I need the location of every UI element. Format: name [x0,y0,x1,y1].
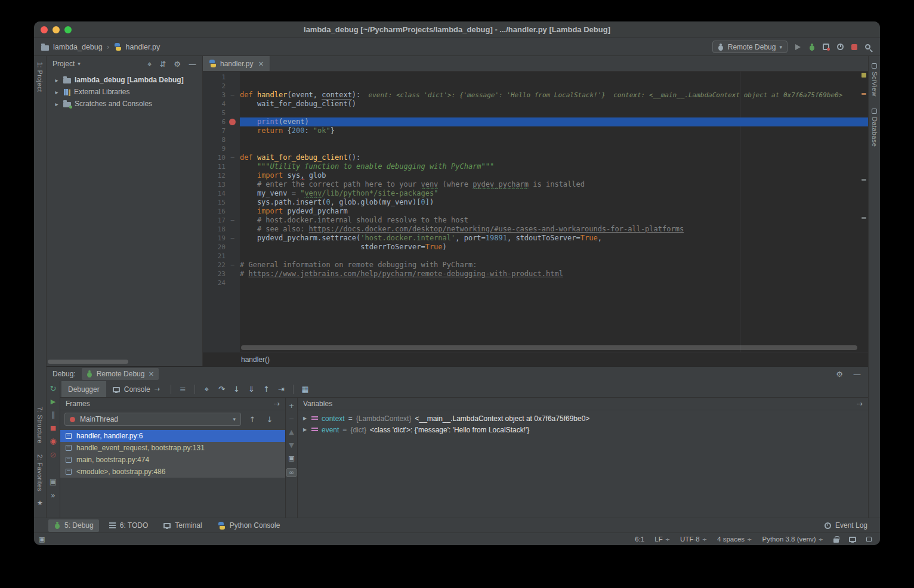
code-line[interactable]: 6 print(event) [203,117,868,126]
close-tab-icon[interactable]: × [258,60,264,68]
tree-expand-icon[interactable]: ▸ [54,77,60,83]
code-line[interactable]: 3−def handler(event, context): event: <c… [203,91,868,100]
mute-breakpoints-icon[interactable]: ⊘ [48,451,58,459]
rerun-icon[interactable]: ↻ [48,385,58,392]
code-line[interactable]: 19− pydevd_pycharm.settrace('host.docker… [203,234,868,243]
more-actions-icon[interactable]: » [48,491,58,499]
tab-debugger[interactable]: Debugger [61,381,106,397]
line-number[interactable]: 20 [203,243,240,252]
toolwindow-switcher-icon[interactable]: ▣ [39,536,45,543]
remote-host-icon[interactable] [849,537,856,542]
line-number[interactable]: 6 [203,117,240,126]
project-panel-title[interactable]: Project [53,60,75,68]
thread-selector[interactable]: MainThread ▾ [64,413,241,426]
remove-watch-icon[interactable]: − [289,416,294,422]
duplicate-watch-icon[interactable]: ▣ [288,455,294,462]
tree-expand-icon[interactable]: ▸ [54,101,60,107]
code-line[interactable]: 9 [203,144,868,153]
code-text[interactable]: import pydevd_pycharm [240,207,868,216]
line-number[interactable]: 1 [203,73,240,82]
zoom-window-button[interactable] [64,26,72,33]
toolwindow-button-favorites[interactable]: 2: Favorites ★ [36,454,44,507]
code-line[interactable]: 20 stderrToServer=True) [203,243,868,252]
run-button[interactable] [795,44,801,50]
indent-widget[interactable]: 4 spaces ÷ [717,536,752,543]
code-text[interactable] [240,109,868,117]
project-horizontal-scrollbar[interactable] [48,360,128,364]
editor-breadcrumb-item[interactable]: handler() [241,355,270,364]
encoding-widget[interactable]: UTF-8 ÷ [680,536,707,543]
line-number[interactable]: 13 [203,180,240,189]
code-line[interactable]: 2 [203,82,868,91]
code-line[interactable]: 8 [203,135,868,144]
toolwindow-button-sciview[interactable]: SciView [871,63,878,97]
move-up-icon[interactable]: ▲ [289,429,294,435]
code-editor[interactable]: 123−def handler(event, context): event: … [203,72,868,352]
minimize-window-button[interactable] [53,26,60,33]
step-into-icon[interactable]: ↓ [229,385,244,393]
layout-menu-icon[interactable]: ≡ [175,385,190,393]
stop-button[interactable] [851,44,857,50]
code-line[interactable]: 24 [203,278,868,287]
fold-marker-icon[interactable]: − [230,91,235,100]
chevron-down-icon[interactable]: ▾ [78,61,81,67]
code-line[interactable]: 16 import pydevd_pycharm [203,207,868,216]
readonly-lock-icon[interactable] [833,539,839,543]
scroll-from-source-icon[interactable]: ⇵ [159,60,166,68]
code-text[interactable]: sys.path.insert(0, glob.glob(my_venv)[0]… [240,198,868,207]
code-line[interactable]: 5 [203,109,868,117]
breadcrumb-project[interactable]: lambda_debug [53,43,103,51]
line-number[interactable]: 16 [203,207,240,216]
code-line[interactable]: 12 import sys, glob [203,171,868,180]
move-down-icon[interactable]: ▼ [289,442,294,448]
inspection-status-square[interactable] [861,73,866,78]
code-text[interactable] [240,135,868,144]
error-stripe-mark[interactable] [861,179,866,181]
search-everywhere-icon[interactable] [865,44,870,49]
code-line[interactable]: 10−def wait_for_debug_client(): [203,153,868,162]
line-number[interactable]: 14 [203,189,240,198]
title-bar[interactable]: lambda_debug [~/PycharmProjects/lambda_d… [34,21,880,38]
event-log-button[interactable]: Event Log [819,519,873,532]
code-line[interactable]: 18 # see also: https://docs.docker.com/d… [203,225,868,234]
notifications-icon[interactable] [866,537,872,542]
force-step-into-icon[interactable]: ⇓ [244,385,259,393]
code-text[interactable]: wait_for_debug_client() [240,100,868,109]
resume-program-icon[interactable]: ▶ [48,398,58,405]
code-text[interactable]: my_venv = "venv/lib/python*/site-package… [240,189,868,198]
profiler-button[interactable] [837,44,844,50]
breakpoint-icon[interactable] [229,119,236,125]
view-as-table-icon[interactable]: ▦ [298,385,313,393]
code-text[interactable]: # General information on remote debuggin… [240,261,868,270]
breadcrumb-file[interactable]: handler.py [126,43,160,51]
panel-options-icon[interactable]: ⇢ [274,400,280,408]
frame-row[interactable]: handler, handler.py:6 [60,430,285,442]
code-text[interactable]: # see also: https://docs.docker.com/desk… [240,225,868,234]
editor-horizontal-scrollbar[interactable] [241,345,857,350]
code-text[interactable]: # https://www.jetbrains.com/help/pycharm… [240,270,868,278]
gear-icon[interactable]: ⚙ [174,60,181,68]
next-frame-icon[interactable]: ↓ [264,415,276,424]
code-text[interactable] [240,144,868,153]
debug-session-tab[interactable]: Remote Debug × [82,368,159,380]
code-line[interactable]: 1 [203,73,868,82]
error-stripe-mark[interactable] [861,217,866,219]
code-text[interactable]: stderrToServer=True) [240,243,868,252]
toolwindow-button-project[interactable]: 1: Project [36,62,44,92]
tree-item[interactable]: ▸Scratches and Consoles [47,98,202,110]
code-line[interactable]: 11 """Utility function to enable debuggi… [203,162,868,171]
code-text[interactable] [240,252,868,261]
code-line[interactable]: 14 my_venv = "venv/lib/python*/site-pack… [203,189,868,198]
add-watch-icon[interactable]: + [289,403,294,409]
step-out-icon[interactable]: ↑ [259,385,274,393]
line-number[interactable]: 18 [203,225,240,234]
tab-console[interactable]: Console ⇢ [106,381,166,397]
code-text[interactable]: import sys, glob [240,171,868,180]
code-line[interactable]: 22−# General information on remote debug… [203,261,868,270]
line-number[interactable]: 15 [203,198,240,207]
line-number[interactable]: 5 [203,109,240,117]
fold-marker-icon[interactable]: − [230,153,235,162]
code-text[interactable]: def wait_for_debug_client(): [240,153,868,162]
interpreter-widget[interactable]: Python 3.8 (venv) ÷ [762,536,823,543]
run-configuration-selector[interactable]: Remote Debug ▾ [712,41,788,53]
